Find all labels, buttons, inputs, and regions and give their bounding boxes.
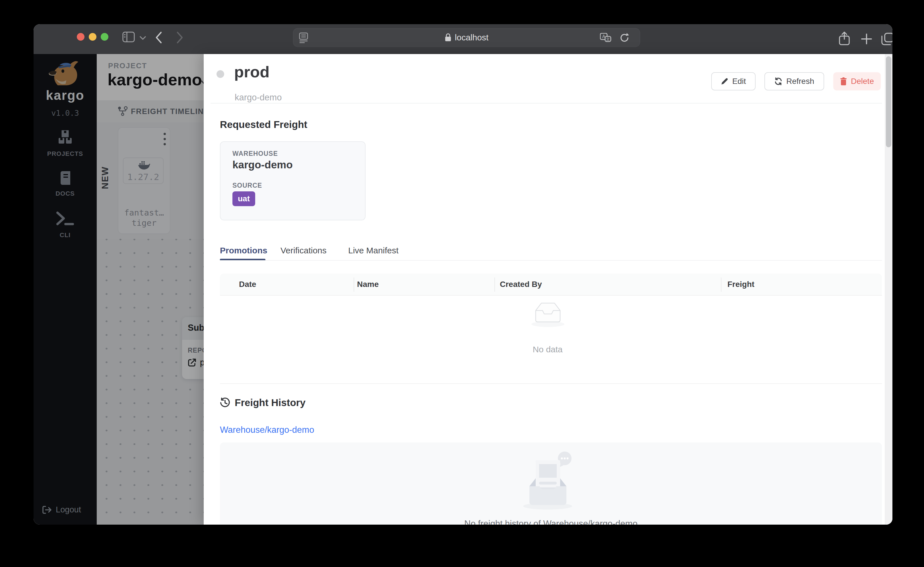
table-empty-text: No data bbox=[491, 345, 604, 354]
svg-text:文: 文 bbox=[606, 37, 610, 41]
warehouse-label: WAREHOUSE bbox=[233, 150, 278, 158]
trash-icon bbox=[840, 77, 847, 85]
new-tab-icon[interactable] bbox=[861, 33, 872, 45]
table-bottom-border bbox=[220, 383, 882, 384]
minimize-window-button[interactable] bbox=[89, 33, 96, 40]
refresh-icon bbox=[774, 77, 782, 85]
sidebar-toggle-icon[interactable] bbox=[122, 32, 135, 42]
edit-label: Edit bbox=[732, 77, 746, 86]
column-separator bbox=[354, 278, 354, 292]
translate-icon[interactable]: A文 bbox=[600, 33, 611, 43]
column-header-date: Date bbox=[239, 280, 256, 289]
delete-button[interactable]: Delete bbox=[833, 72, 881, 90]
scrollbar-track[interactable] bbox=[885, 54, 892, 525]
refresh-button[interactable]: Refresh bbox=[765, 72, 824, 90]
header-divider bbox=[210, 103, 882, 104]
page-content: kargo v1.0.3 PROJECTS DOCS CLI bbox=[33, 54, 892, 525]
column-separator bbox=[494, 278, 495, 292]
column-header-freight: Freight bbox=[727, 280, 754, 289]
stage-details-drawer: prod kargo-demo Edit Refresh bbox=[204, 54, 892, 525]
edit-button[interactable]: Edit bbox=[711, 72, 756, 90]
column-separator bbox=[721, 278, 721, 292]
fullscreen-window-button[interactable] bbox=[101, 33, 108, 40]
requested-freight-heading: Requested Freight bbox=[220, 119, 307, 130]
tabs-divider bbox=[220, 260, 882, 261]
history-icon bbox=[220, 398, 230, 408]
tab-promotions[interactable]: Promotions bbox=[220, 246, 267, 255]
tab-live-manifest[interactable]: Live Manifest bbox=[348, 246, 398, 255]
tab-overview-icon[interactable] bbox=[881, 32, 892, 46]
screenshot-root: localhost A文 bbox=[0, 0, 924, 567]
freight-history-empty-text: No freight history of Warehouse/kargo-de… bbox=[220, 519, 882, 525]
freight-history-heading-row: Freight History bbox=[220, 397, 305, 408]
chevron-down-icon[interactable] bbox=[140, 36, 146, 40]
back-icon[interactable] bbox=[155, 31, 163, 44]
close-window-button[interactable] bbox=[77, 33, 84, 40]
empty-inbox-icon bbox=[530, 300, 565, 329]
lock-icon bbox=[445, 33, 451, 42]
column-header-created-by: Created By bbox=[500, 280, 542, 289]
pencil-icon bbox=[721, 78, 728, 85]
warehouse-link[interactable]: Warehouse/kargo-demo bbox=[220, 425, 314, 435]
table-header-row: Date Name Created By Freight bbox=[220, 273, 882, 296]
delete-label: Delete bbox=[851, 77, 874, 86]
url-text[interactable]: localhost bbox=[455, 33, 488, 42]
stage-status-dot bbox=[216, 70, 224, 78]
browser-toolbar: localhost A文 bbox=[33, 24, 892, 54]
column-header-name: Name bbox=[357, 280, 379, 289]
forward-icon[interactable] bbox=[176, 31, 184, 44]
stage-title: prod bbox=[234, 63, 269, 81]
reload-icon[interactable] bbox=[619, 32, 630, 43]
freight-history-heading: Freight History bbox=[235, 397, 305, 408]
empty-history-illustration bbox=[516, 450, 584, 514]
tab-verifications[interactable]: Verifications bbox=[281, 246, 327, 255]
requested-freight-card: WAREHOUSE kargo-demo SOURCE uat bbox=[220, 141, 365, 220]
share-icon[interactable] bbox=[839, 31, 850, 46]
browser-window: localhost A文 bbox=[33, 24, 892, 525]
address-bar[interactable]: localhost A文 bbox=[293, 28, 640, 47]
refresh-label: Refresh bbox=[786, 77, 814, 86]
scrollbar-thumb[interactable] bbox=[886, 56, 891, 147]
freight-history-empty-box: No freight history of Warehouse/kargo-de… bbox=[220, 442, 882, 525]
stage-subtitle: kargo-demo bbox=[235, 92, 282, 103]
source-badge[interactable]: uat bbox=[233, 191, 255, 206]
warehouse-value: kargo-demo bbox=[233, 159, 293, 171]
source-label: SOURCE bbox=[233, 182, 262, 189]
